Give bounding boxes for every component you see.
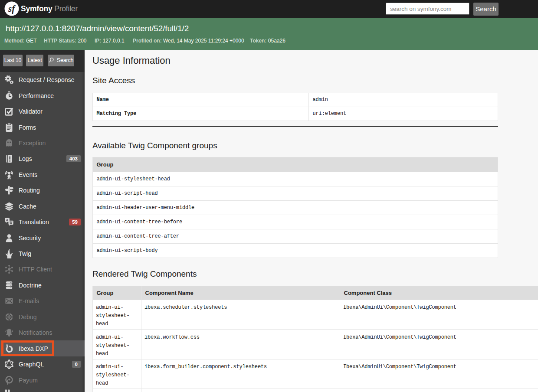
svg-text:a: a [6,218,8,222]
svg-text:sf: sf [8,3,16,14]
